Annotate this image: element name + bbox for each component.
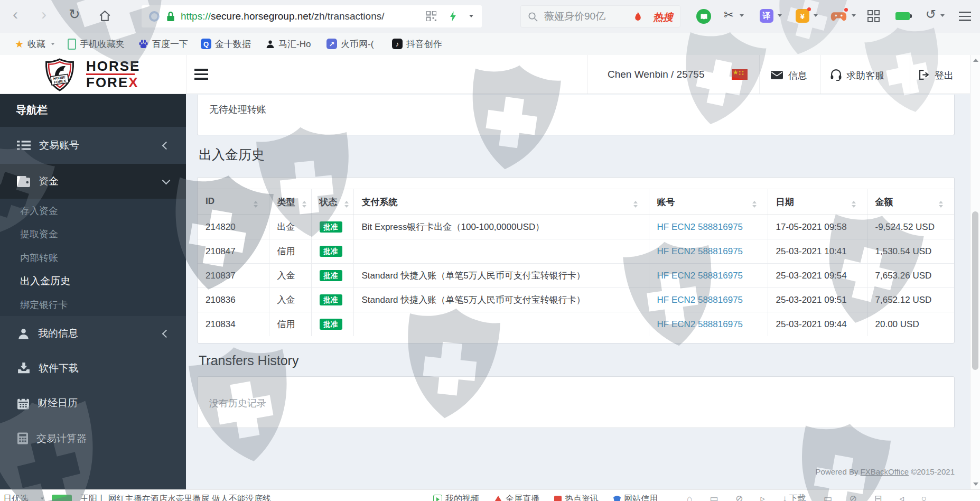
sidebar-subitem-bind-bank-card[interactable]: 绑定银行卡 (0, 293, 186, 317)
account-link[interactable]: HF ECN2 588816975 (657, 271, 743, 281)
ticker-tool-icon[interactable]: ○ (921, 494, 927, 501)
col-header-date[interactable]: 日期 (768, 189, 867, 215)
account-link[interactable]: HF ECN2 588816975 (657, 222, 743, 232)
qr-code-icon[interactable] (426, 11, 436, 23)
hot-search-label[interactable]: 热搜 (653, 11, 673, 24)
battery-icon[interactable] (895, 12, 910, 20)
support-label[interactable]: 求助客服 (846, 69, 884, 82)
sort-icon[interactable] (752, 201, 757, 208)
col-header-status[interactable]: 状态 (311, 189, 353, 215)
sidebar-subitem-internal-transfer[interactable]: 内部转账 (0, 246, 186, 270)
scissors-icon[interactable]: ✂ (724, 8, 734, 22)
bookmark-mahui[interactable]: 马汇-Ho (266, 33, 311, 55)
ticker-left-label[interactable]: 日优选 (3, 494, 29, 501)
search-box[interactable]: 薇娅身价90亿 热搜 (520, 5, 680, 27)
lightning-icon[interactable] (450, 11, 456, 24)
account-link[interactable]: HF ECN2 588816975 (657, 295, 743, 305)
sidebar-item-my-info[interactable]: 我的信息 (0, 316, 186, 351)
undo-icon[interactable]: ↺ (926, 7, 936, 22)
ticker-tool-icon[interactable]: ⊘ (850, 493, 857, 501)
col-header-id[interactable]: ID (198, 189, 269, 215)
url-dropdown-icon[interactable] (469, 15, 473, 17)
home-icon[interactable] (98, 10, 111, 25)
ticker-tool-icon[interactable]: ⊘ (735, 493, 743, 501)
scrollbar-thumb[interactable] (972, 211, 978, 370)
ticker-tool-icon[interactable]: ◃ (899, 493, 904, 501)
sidebar-item-calendar[interactable]: 财经日历 (0, 386, 186, 421)
notification-dot (807, 7, 811, 11)
sort-icon[interactable] (254, 201, 258, 208)
games-dropdown-icon[interactable] (852, 14, 856, 17)
logout-label[interactable]: 登出 (935, 69, 954, 82)
sidebar-toggle-icon[interactable] (194, 69, 208, 80)
support-headset-icon[interactable] (830, 69, 842, 83)
sidebar-item-accounts[interactable]: 交易账号 (0, 127, 186, 164)
sort-icon[interactable] (344, 201, 349, 208)
refresh-icon[interactable]: ↻ (69, 6, 80, 23)
search-query[interactable]: 薇娅身价90亿 (544, 10, 605, 23)
undo-dropdown-icon[interactable] (940, 14, 945, 17)
sidebar-item-downloads[interactable]: 软件下载 (0, 351, 186, 386)
col-header-type[interactable]: 类型 (269, 189, 311, 215)
ticker-tool-icon[interactable]: ▹ (761, 493, 766, 501)
account-link[interactable]: HF ECN2 588816975 (657, 246, 743, 256)
ticker-item-hot-news[interactable]: 热点资讯 (554, 494, 599, 501)
bookmarks-bar: ★ 收藏 手机收藏夹 百度一下 Q 金十数据 马汇-Ho ↗ 火币网-( (0, 33, 980, 55)
ticker-item-site-credit[interactable]: 网站信用 (613, 494, 658, 501)
ticker-tool-icon[interactable]: ⊟ (874, 493, 882, 501)
bookmark-douyin[interactable]: ♪ 抖音创作 (392, 33, 442, 55)
wallet-shield-icon[interactable]: ¥ (796, 9, 809, 23)
translate-icon[interactable]: 译 (760, 9, 773, 23)
user-name[interactable]: Chen Wenbin / 25755 (608, 69, 704, 80)
browser-menu-icon[interactable] (959, 12, 971, 21)
china-flag-icon[interactable]: ★ ★ ★ ★ ★ (732, 69, 748, 80)
bookmark-jin10[interactable]: Q 金十数据 (201, 33, 251, 55)
ticker-dropdown-icon[interactable] (41, 498, 44, 500)
url-bar[interactable]: https://secure.horsegroup.net/zh/transac… (142, 5, 482, 27)
scroll-down-icon[interactable] (973, 483, 978, 486)
col-header-payment-system[interactable]: 支付系统 (353, 189, 649, 215)
sort-icon[interactable] (302, 201, 307, 208)
bookmark-huobi[interactable]: ↗ 火币网-( (326, 33, 374, 55)
sort-icon[interactable] (939, 201, 944, 208)
bookmark-baidu[interactable]: 百度一下 (138, 33, 188, 55)
footer-link[interactable]: FXBackOffice (861, 467, 909, 476)
sidebar-item-calculator[interactable]: 交易计算器 (0, 421, 186, 456)
ticker-tool-icon[interactable]: ▭ (710, 493, 718, 501)
page-scrollbar[interactable] (970, 55, 980, 489)
messages-icon[interactable] (771, 71, 783, 81)
forward-icon[interactable]: › (41, 6, 46, 22)
ticker-headline[interactable]: 王阳丨 网红主播在酒店水壶里撒尿 做人不能没底线 (80, 494, 271, 501)
games-icon[interactable] (830, 11, 847, 24)
col-header-amount[interactable]: 金额 (867, 189, 954, 215)
ticker-tool-icon[interactable]: ▭ (824, 493, 832, 501)
ticker-download[interactable]: ↓ 下载 (782, 493, 806, 501)
bookmark-favorites[interactable]: ★ 收藏 (15, 33, 55, 55)
sort-icon[interactable] (633, 201, 638, 208)
account-link[interactable]: HF ECN2 588816975 (657, 319, 743, 329)
translate-dropdown-icon[interactable] (778, 14, 782, 17)
logo-area[interactable]: HORSE FOREX HORSE FOREX (0, 55, 186, 94)
col-header-account[interactable]: 账号 (649, 189, 768, 215)
sort-icon[interactable] (852, 201, 856, 208)
scroll-up-icon[interactable] (973, 59, 978, 62)
ticker-tool-icon[interactable]: ⌂ (687, 494, 692, 501)
bookmark-mobile-favorites[interactable]: 手机收藏夹 (68, 33, 125, 55)
sidebar-subitem-transactions-history[interactable]: 出入金历史 (0, 269, 186, 293)
wechat-reader-icon[interactable] (696, 9, 711, 24)
scissors-dropdown-icon[interactable] (740, 14, 744, 17)
favorites-dropdown-icon[interactable] (51, 43, 54, 45)
logout-icon[interactable] (919, 70, 930, 82)
wallet-dropdown-icon[interactable] (814, 14, 818, 17)
bookmark-label: 抖音创作 (406, 38, 442, 50)
reader-mode-icon[interactable] (149, 11, 160, 22)
sidebar-subitem-withdraw[interactable]: 提取资金 (0, 222, 186, 246)
sidebar-subitem-deposit[interactable]: 存入资金 (0, 199, 186, 222)
sidebar-item-funds[interactable]: 资金 (0, 164, 186, 199)
back-icon[interactable]: ‹ (13, 6, 18, 22)
ticker-item-my-videos[interactable]: 我的视频 (433, 494, 479, 501)
messages-label[interactable]: 信息 (788, 69, 807, 82)
apps-grid-icon[interactable] (867, 10, 880, 22)
news-icon (554, 496, 562, 501)
ticker-item-live[interactable]: 全屏直播 (494, 494, 539, 501)
